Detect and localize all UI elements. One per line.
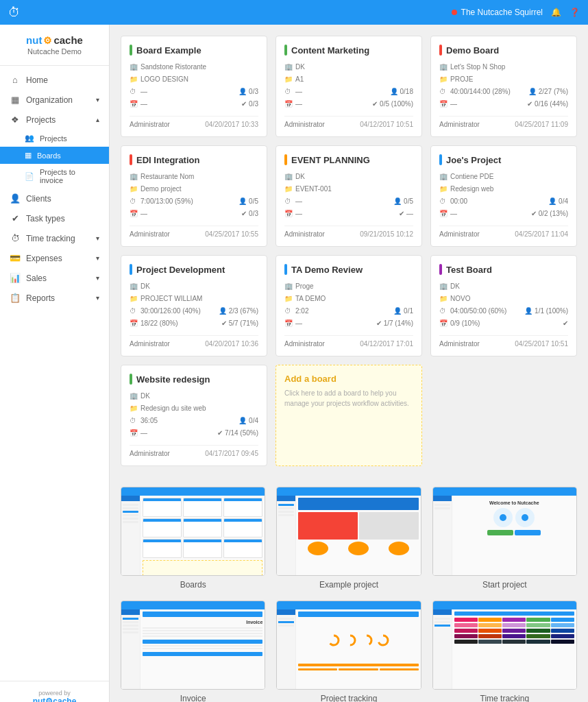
sidebar-item-home[interactable]: ⌂ Home xyxy=(0,70,109,90)
screenshot-thumb-boards xyxy=(121,487,265,576)
board-title: Project Development xyxy=(136,265,225,275)
screenshot-label-time-tracking: Time tracking xyxy=(432,694,577,702)
board-color-bar xyxy=(439,154,442,165)
board-footer: Administrator 04/20/2017 10:33 xyxy=(130,116,258,128)
chevron-reports-icon: ▾ xyxy=(96,294,99,302)
board-title: EDI Integration xyxy=(136,155,199,165)
board-card-content-marketing[interactable]: Content Marketing 🏢DK 📁A1 ⏱—👤 0/18 📅—✔ 0… xyxy=(275,36,422,137)
timer-icon[interactable]: ⏱ xyxy=(8,5,21,20)
board-card-website-redesign[interactable]: Website redesign 🏢DK 📁Redesign du site w… xyxy=(121,365,267,466)
sidebar-item-reports[interactable]: 📋 Reports ▾ xyxy=(0,288,109,308)
board-card-title: Content Marketing xyxy=(284,45,413,56)
top-header: ⏱ The Nutcache Squirrel 🔔 ❓ xyxy=(0,0,588,25)
board-meta: 🏢Proge 📁TA DEMO ⏱2:02👤 0/1 📅—✔ 1/7 (14%) xyxy=(284,280,413,330)
board-admin: Administrator xyxy=(130,450,170,457)
main-layout: nut⚙cache Nutcache Demo ⌂ Home ▦ Organiz… xyxy=(0,25,588,702)
board-card-joes-project[interactable]: Joe's Project 🏢Contiene PDE 📁Redesign we… xyxy=(430,145,577,247)
board-color-bar xyxy=(130,154,132,165)
screenshot-item-invoice[interactable]: Invoice xyxy=(121,601,265,702)
screenshot-item-time-tracking[interactable]: Time tracking xyxy=(432,601,577,702)
mini-sidebar xyxy=(433,609,452,689)
boards-grid: Board Example 🏢Sandstone Ristorante 📁LOG… xyxy=(121,36,577,466)
mini-board-card xyxy=(143,498,182,517)
sidebar-item-boards[interactable]: ▦ Boards xyxy=(0,147,109,164)
screenshots-section: Boards xyxy=(121,480,577,702)
board-card-project-development[interactable]: Project Development 🏢DK 📁PROJECT WILLIAM… xyxy=(121,255,267,356)
screenshot-label-invoice: Invoice xyxy=(121,694,265,702)
board-footer: Administrator 04/12/2017 17:01 xyxy=(284,335,413,348)
board-card-edi-integration[interactable]: EDI Integration 🏢Restaurante Nom 📁Demo p… xyxy=(121,145,267,247)
sidebar-item-expenses[interactable]: 💳 Expenses ▾ xyxy=(0,248,109,268)
sidebar-label-home: Home xyxy=(26,75,48,85)
chevron-time-icon: ▾ xyxy=(96,234,99,242)
board-card-test-board[interactable]: Test Board 🏢DK 📁NOVO ⏱04:00/50:00 (60%)👤… xyxy=(430,255,577,356)
board-card-demo-board[interactable]: Demo Board 🏢Let's Stop N Shop 📁PROJE ⏱40… xyxy=(430,36,577,137)
logo: nut⚙cache xyxy=(8,34,101,46)
board-footer: Administrator 04/25/2017 11:09 xyxy=(439,116,568,128)
svg-point-3 xyxy=(378,636,388,645)
board-meta: 🏢Let's Stop N Shop 📁PROJE ⏱40:00/144:00 … xyxy=(439,61,568,110)
board-date: 04/25/2017 10:51 xyxy=(515,340,568,348)
board-title: Joe's Project xyxy=(446,155,501,165)
mini-browser-bar xyxy=(277,487,420,496)
help-icon[interactable]: ❓ xyxy=(569,8,580,17)
sidebar-label-expenses: Expenses xyxy=(26,254,62,263)
logo-nut: nut xyxy=(26,34,42,46)
screenshot-item-start-project[interactable]: Welcome to Nutcache xyxy=(432,487,577,590)
mini-sidebar xyxy=(433,496,452,575)
screenshot-item-boards[interactable]: Boards xyxy=(121,487,265,590)
sidebar: nut⚙cache Nutcache Demo ⌂ Home ▦ Organiz… xyxy=(0,25,110,702)
sidebar-item-sales[interactable]: 📊 Sales ▾ xyxy=(0,268,109,288)
sidebar-item-projects-invoice[interactable]: 📄 Projects to invoice xyxy=(0,164,109,189)
sidebar-label-clients: Clients xyxy=(26,194,51,204)
sidebar-item-organization[interactable]: ▦ Organization ▾ xyxy=(0,90,109,110)
board-date: 04/12/2017 10:51 xyxy=(360,121,413,128)
board-title: Content Marketing xyxy=(291,45,369,56)
sales-icon: 📊 xyxy=(10,273,21,283)
mini-browser-bar xyxy=(121,487,265,496)
sidebar-item-projects-group[interactable]: ❖ Projects ▴ xyxy=(0,110,109,130)
board-title: Board Example xyxy=(136,45,201,56)
svg-point-0 xyxy=(329,636,339,645)
sidebar-item-task-types[interactable]: ✔ Task types xyxy=(0,208,109,228)
invoice-icon: 📄 xyxy=(25,172,34,181)
board-card-title: EDI Integration xyxy=(130,154,258,165)
sidebar-item-projects[interactable]: 👥 Projects xyxy=(0,130,109,147)
mini-browser-example-project xyxy=(277,487,420,575)
board-card-event-planning[interactable]: EVENT PLANNING 🏢DK 📁EVENT-001 ⏱—👤 0/5 📅—… xyxy=(275,145,422,247)
board-meta: 🏢DK 📁NOVO ⏱04:00/50:00 (60%)👤 1/1 (100%)… xyxy=(439,280,568,330)
board-card-ta-demo-review[interactable]: TA Demo Review 🏢Proge 📁TA DEMO ⏱2:02👤 0/… xyxy=(275,255,422,356)
screenshot-label-example-project: Example project xyxy=(276,580,421,590)
sidebar-label-projects-group: Projects xyxy=(26,115,56,125)
board-date: 04/20/2017 10:33 xyxy=(205,121,258,128)
mini-sidebar xyxy=(121,609,140,689)
sidebar-nav: ⌂ Home ▦ Organization ▾ ❖ Projects ▴ 👥 P… xyxy=(0,66,109,681)
board-date: 04/25/2017 11:04 xyxy=(515,230,568,238)
screenshot-thumb-invoice: Invoice xyxy=(121,601,265,690)
board-date: 04/25/2017 11:09 xyxy=(515,121,568,128)
sidebar-item-time-tracking[interactable]: ⏱ Time tracking ▾ xyxy=(0,228,109,248)
sidebar-label-projects: Projects xyxy=(40,134,67,143)
mini-board-card xyxy=(183,518,222,537)
mini-main-time xyxy=(452,609,576,689)
board-card-board-example[interactable]: Board Example 🏢Sandstone Ristorante 📁LOG… xyxy=(121,36,267,137)
mini-board-card xyxy=(223,498,262,517)
screenshot-item-example-project[interactable]: Example project xyxy=(276,487,421,590)
screenshot-item-project-tracking[interactable]: Project tracking xyxy=(276,601,421,702)
sidebar-item-clients[interactable]: 👤 Clients xyxy=(0,189,109,208)
board-footer: Administrator 04/25/2017 10:55 xyxy=(130,226,258,238)
mini-browser-bar xyxy=(433,601,576,609)
screenshot-thumb-example-project xyxy=(276,487,421,576)
mini-browser-body xyxy=(121,496,265,575)
board-card-title: EVENT PLANNING xyxy=(284,154,413,165)
board-color-bar xyxy=(284,45,287,56)
user-name: The Nutcache Squirrel xyxy=(461,8,543,17)
board-footer: Administrator 09/21/2015 10:12 xyxy=(284,226,413,238)
board-meta: 🏢Sandstone Ristorante 📁LOGO DESIGN ⏱—👤 0… xyxy=(130,61,258,110)
svg-point-1 xyxy=(345,636,355,645)
screenshots-top-row: Boards xyxy=(121,487,577,590)
mini-browser-project-tracking xyxy=(277,601,420,689)
mini-browser-bar xyxy=(277,601,420,609)
board-card-add-board[interactable]: Add a board Click here to add a board to… xyxy=(275,365,422,466)
notification-icon[interactable]: 🔔 xyxy=(551,8,561,17)
